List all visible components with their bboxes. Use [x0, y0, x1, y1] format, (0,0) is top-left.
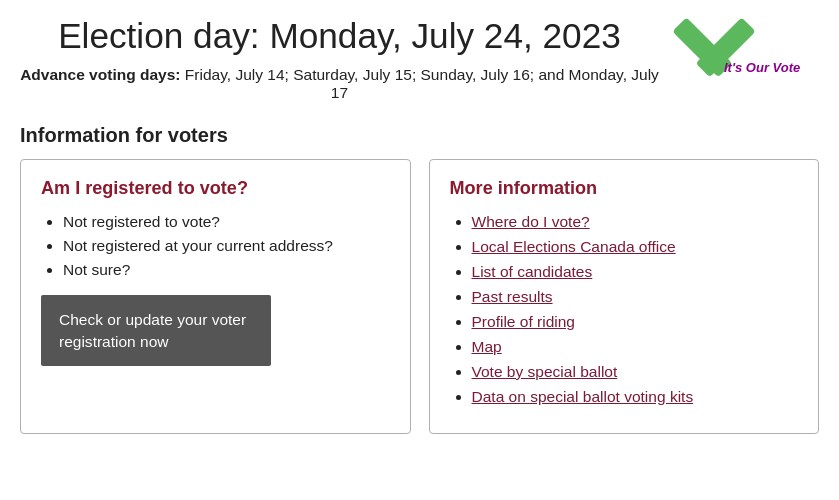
link-map[interactable]: Map [472, 338, 502, 355]
link-special-ballot[interactable]: Vote by special ballot [472, 363, 618, 380]
list-item-map: Map [472, 338, 799, 356]
list-item-profile-riding: Profile of riding [472, 313, 799, 331]
registration-bullets: Not registered to vote? Not registered a… [41, 213, 390, 279]
election-title: Election day: Monday, July 24, 2023 [20, 16, 659, 56]
list-item-special-ballot-kits: Data on special ballot voting kits [472, 388, 799, 406]
register-button[interactable]: Check or update your voter registration … [41, 295, 271, 366]
page-wrapper: It's Our Vote Election day: Monday, July… [0, 0, 839, 454]
bullet-not-current-address: Not registered at your current address? [63, 237, 390, 255]
cards-row: Am I registered to vote? Not registered … [20, 159, 819, 434]
list-item-past-results: Past results [472, 288, 799, 306]
link-where-vote[interactable]: Where do I vote? [472, 213, 590, 230]
card-registration-title: Am I registered to vote? [41, 178, 390, 199]
list-item-candidates: List of candidates [472, 263, 799, 281]
logo-svg: It's Our Vote [669, 10, 819, 105]
advance-voting-dates: Friday, July 14; Saturday, July 15; Sund… [185, 66, 659, 101]
card-more-info-title: More information [450, 178, 799, 199]
link-profile-riding[interactable]: Profile of riding [472, 313, 576, 330]
more-info-links: Where do I vote? Local Elections Canada … [450, 213, 799, 406]
info-section-title: Information for voters [20, 124, 819, 147]
link-special-ballot-kits[interactable]: Data on special ballot voting kits [472, 388, 694, 405]
list-item-local-office: Local Elections Canada office [472, 238, 799, 256]
link-local-office[interactable]: Local Elections Canada office [472, 238, 676, 255]
svg-text:It's Our Vote: It's Our Vote [724, 60, 800, 75]
card-registration: Am I registered to vote? Not registered … [20, 159, 411, 434]
list-item-where-vote: Where do I vote? [472, 213, 799, 231]
card-more-info: More information Where do I vote? Local … [429, 159, 820, 434]
bullet-not-registered: Not registered to vote? [63, 213, 390, 231]
advance-voting: Advance voting days: Friday, July 14; Sa… [20, 66, 659, 102]
logo-area: It's Our Vote [669, 10, 819, 105]
link-candidates[interactable]: List of candidates [472, 263, 593, 280]
list-item-special-ballot: Vote by special ballot [472, 363, 799, 381]
bullet-not-sure: Not sure? [63, 261, 390, 279]
advance-voting-label: Advance voting days: [20, 66, 180, 83]
link-past-results[interactable]: Past results [472, 288, 553, 305]
